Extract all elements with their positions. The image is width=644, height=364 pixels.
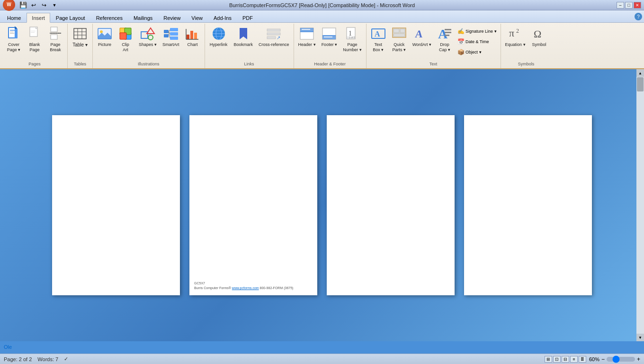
signature-line-button[interactable]: ✍ Signature Line ▾ xyxy=(456,27,499,36)
ribbon-group-header-footer: Header ▾ Footer ▾ xyxy=(294,24,367,68)
tab-page-layout[interactable]: Page Layout xyxy=(51,13,90,22)
date-time-label: Date & Time xyxy=(465,39,489,44)
cross-reference-label: Cross-reference xyxy=(259,42,289,47)
page-number-button[interactable]: 1 1 of 2 PageNumber ▾ xyxy=(340,25,364,59)
clip-art-label: ClipArt xyxy=(122,42,129,53)
svg-rect-52 xyxy=(267,36,276,39)
help-button[interactable]: ? xyxy=(635,13,642,20)
bookmark-label: Bookmark xyxy=(234,42,253,47)
cover-page-button[interactable]: CoverPage ▾ xyxy=(4,25,24,59)
status-right: ⊞ ⊡ ⊟ ≡ ≣ 60% − + xyxy=(545,356,640,363)
tab-view[interactable]: View xyxy=(186,13,208,22)
office-button[interactable]: W xyxy=(3,0,15,11)
quick-customize[interactable]: ▼ xyxy=(50,1,59,9)
tab-references[interactable]: References xyxy=(91,13,128,22)
quick-undo[interactable]: ↩ xyxy=(29,1,38,9)
zoom-out-button[interactable]: − xyxy=(601,356,605,363)
view-outline[interactable]: ≡ xyxy=(570,356,578,363)
view-draft[interactable]: ≣ xyxy=(579,356,586,363)
view-full-screen[interactable]: ⊡ xyxy=(553,356,561,363)
right-scrollbar[interactable]: ▲ ▼ xyxy=(636,69,644,341)
minimize-button[interactable]: – xyxy=(617,2,624,9)
restore-button[interactable]: □ xyxy=(625,2,633,9)
tab-mailings[interactable]: Mailings xyxy=(128,13,158,22)
scroll-thumb[interactable] xyxy=(637,77,644,91)
drop-cap-button[interactable]: A DropCap ▾ xyxy=(435,25,455,59)
tab-add-ins[interactable]: Add-Ins xyxy=(208,13,237,22)
svg-text:π: π xyxy=(509,27,514,39)
drop-cap-icon: A xyxy=(437,26,452,41)
bookmark-button[interactable]: Bookmark xyxy=(232,25,256,59)
page-1-inner xyxy=(52,115,180,295)
status-bar: Page: 2 of 2 Words: 7 ✓ ⊞ ⊡ ⊟ ≡ ≣ 60% − … xyxy=(0,354,644,364)
tables-label: Tables xyxy=(70,62,90,67)
wordart-button[interactable]: A WordArt ▾ xyxy=(410,25,434,59)
blank-page-icon xyxy=(27,26,42,41)
svg-rect-57 xyxy=(302,29,310,30)
spell-check-icon[interactable]: ✓ xyxy=(64,356,68,362)
object-label: Object ▾ xyxy=(465,50,482,55)
quick-parts-icon xyxy=(392,26,407,41)
cross-reference-button[interactable]: ↗ Cross-reference xyxy=(256,25,292,59)
tab-review[interactable]: Review xyxy=(158,13,186,22)
header-button[interactable]: Header ▾ xyxy=(296,25,318,59)
smartart-label: SmartArt xyxy=(162,42,179,47)
page-4 xyxy=(464,115,592,295)
table-label: Table ▾ xyxy=(72,42,88,48)
page-wrapper-3 xyxy=(327,115,455,295)
scroll-track[interactable] xyxy=(636,77,644,334)
smartart-icon xyxy=(163,26,179,41)
date-time-button[interactable]: 📅 Date & Time xyxy=(456,37,499,46)
page-break-label: PageBreak xyxy=(50,42,61,53)
svg-rect-13 xyxy=(51,35,57,39)
shapes-icon xyxy=(140,26,155,41)
text-box-button[interactable]: A TextBox ▾ xyxy=(368,25,388,59)
tab-insert[interactable]: Insert xyxy=(27,13,50,23)
tab-pdf[interactable]: PDF xyxy=(237,13,258,22)
page-2-inner: GC5X7 Burris Computer Forms® www.pcforms… xyxy=(189,115,317,295)
quick-save[interactable]: 💾 xyxy=(19,1,27,9)
scroll-up-arrow[interactable]: ▲ xyxy=(636,69,644,77)
object-button[interactable]: 📦 Object ▾ xyxy=(456,47,499,57)
table-button[interactable]: Table ▾ xyxy=(70,25,90,59)
zoom-level: 60% xyxy=(589,356,599,362)
clip-art-button[interactable]: ClipArt xyxy=(116,25,135,59)
close-button[interactable]: ✕ xyxy=(634,2,641,9)
symbol-label: Symbol xyxy=(532,42,546,47)
chart-button[interactable]: Chart xyxy=(183,25,203,59)
page-4-inner xyxy=(464,115,592,295)
blank-page-button[interactable]: BlankPage xyxy=(25,25,45,59)
page-info: Page: 2 of 2 xyxy=(4,356,32,362)
svg-marker-28 xyxy=(147,28,154,34)
equation-button[interactable]: π 2 Equation ▾ xyxy=(503,25,528,59)
svg-rect-33 xyxy=(170,32,178,36)
svg-rect-41 xyxy=(194,33,197,39)
text-box-label: TextBox ▾ xyxy=(373,42,384,53)
text-box-icon: A xyxy=(371,26,386,41)
symbols-buttons: π 2 Equation ▾ Ω Symbol xyxy=(503,25,550,62)
svg-rect-9 xyxy=(31,31,36,31)
shapes-button[interactable]: Shapes ▾ xyxy=(136,25,159,59)
page-break-button[interactable]: PageBreak xyxy=(45,25,65,59)
zoom-in-button[interactable]: + xyxy=(637,356,640,363)
table-icon xyxy=(72,26,88,41)
zoom-slider[interactable] xyxy=(607,357,635,362)
view-print-layout[interactable]: ⊞ xyxy=(545,356,552,363)
footer-button[interactable]: Footer ▾ xyxy=(319,25,340,59)
picture-button[interactable]: Picture xyxy=(95,25,115,59)
svg-point-21 xyxy=(100,30,103,33)
svg-rect-27 xyxy=(141,32,148,38)
page-wrapper-1 xyxy=(52,115,180,295)
symbol-button[interactable]: Ω Symbol xyxy=(529,25,550,59)
tab-home[interactable]: Home xyxy=(2,13,26,22)
view-web[interactable]: ⊟ xyxy=(562,356,569,363)
svg-marker-5 xyxy=(15,26,18,29)
svg-text:A: A xyxy=(438,27,448,41)
scroll-down-arrow[interactable]: ▼ xyxy=(636,334,644,341)
quick-parts-button[interactable]: QuickParts ▾ xyxy=(389,25,409,59)
quick-redo[interactable]: ↪ xyxy=(40,1,48,9)
hyperlink-button[interactable]: Hyperlink xyxy=(207,25,231,59)
svg-rect-70 xyxy=(400,29,405,33)
smartart-button[interactable]: SmartArt xyxy=(160,25,182,59)
wordart-icon: A xyxy=(414,26,429,41)
